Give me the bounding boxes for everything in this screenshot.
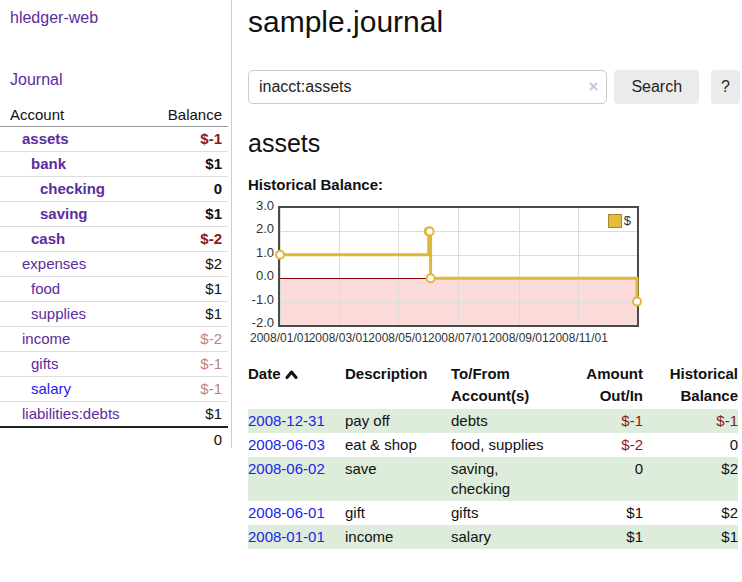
- search-bar: × Search ?: [248, 70, 740, 104]
- account-row: supplies $1: [0, 302, 228, 327]
- account-link-saving[interactable]: saving: [40, 205, 88, 222]
- accounts-total-value: 0: [152, 427, 228, 452]
- main-content: sample.journal × Search ? assets Histori…: [248, 0, 740, 549]
- account-row: saving $1: [0, 202, 228, 227]
- clear-search-icon[interactable]: ×: [588, 77, 598, 97]
- sidebar-item-journal[interactable]: Journal: [10, 71, 231, 89]
- amount-cell: $1: [581, 525, 643, 549]
- accounts-cell: salary: [451, 525, 581, 549]
- description-cell: gift: [345, 501, 451, 525]
- register-col-accounts: To/From Account(s): [451, 361, 581, 409]
- account-balance: $1: [152, 152, 228, 177]
- help-button[interactable]: ?: [711, 70, 740, 104]
- account-link-bank[interactable]: bank: [31, 155, 66, 172]
- account-balance: $-2: [152, 327, 228, 352]
- register-col-balance: Historical Balance: [643, 361, 738, 409]
- chart-legend: $: [608, 213, 631, 228]
- account-row: cash $-2: [0, 227, 228, 252]
- account-link-salary[interactable]: salary: [31, 380, 71, 397]
- sort-ascending-icon: [285, 369, 298, 380]
- account-balance: $1: [152, 402, 228, 428]
- account-balance: $1: [152, 202, 228, 227]
- amount-cell: 0: [581, 457, 643, 501]
- accounts-cell: debts: [451, 409, 581, 433]
- date-link[interactable]: 2008-06-01: [248, 504, 325, 521]
- accounts-col-balance: Balance: [152, 103, 228, 127]
- balance-cell: $2: [643, 457, 738, 501]
- account-balance: $-2: [152, 227, 228, 252]
- accounts-cell: food, supplies: [451, 433, 581, 457]
- account-balance: $-1: [152, 377, 228, 402]
- accounts-col-account: Account: [0, 103, 152, 127]
- account-link-food[interactable]: food: [31, 280, 60, 297]
- account-balance: $1: [152, 277, 228, 302]
- chart-title: Historical Balance:: [248, 176, 740, 194]
- account-row: food $1: [0, 277, 228, 302]
- date-link[interactable]: 2008-12-31: [248, 412, 325, 429]
- account-link-expenses[interactable]: expenses: [22, 255, 86, 272]
- account-link-assets[interactable]: assets: [22, 130, 69, 147]
- register-row: 2008-06-02 save saving, checking 0 $2: [248, 457, 738, 501]
- account-balance: 0: [152, 177, 228, 202]
- balance-cell: $1: [643, 525, 738, 549]
- register-table: Date Description To/From Account(s) Amou…: [248, 361, 738, 549]
- account-row: bank $1: [0, 152, 228, 177]
- accounts-total-row: 0: [0, 427, 228, 452]
- register-row: 2008-06-03 eat & shop food, supplies $-2…: [248, 433, 738, 457]
- description-cell: pay off: [345, 409, 451, 433]
- register-col-date[interactable]: Date: [248, 361, 345, 409]
- account-balance: $-1: [152, 352, 228, 377]
- date-link[interactable]: 2008-01-01: [248, 528, 325, 545]
- account-link-checking[interactable]: checking: [40, 180, 105, 197]
- account-link-liabilities-debts[interactable]: liabilities:debts: [22, 405, 120, 422]
- balance-cell: $-1: [643, 409, 738, 433]
- amount-cell: $-2: [581, 433, 643, 457]
- account-row: gifts $-1: [0, 352, 228, 377]
- account-row: salary $-1: [0, 377, 228, 402]
- account-link-supplies[interactable]: supplies: [31, 305, 86, 322]
- brand-link[interactable]: hledger-web: [10, 9, 231, 27]
- account-row: expenses $2: [0, 252, 228, 277]
- search-input[interactable]: [248, 70, 607, 104]
- account-link-gifts[interactable]: gifts: [31, 355, 59, 372]
- account-balance: $-1: [152, 127, 228, 152]
- search-button[interactable]: Search: [614, 70, 699, 104]
- amount-cell: $-1: [581, 409, 643, 433]
- register-row: 2008-12-31 pay off debts $-1 $-1: [248, 409, 738, 433]
- register-header-row: Date Description To/From Account(s) Amou…: [248, 361, 738, 409]
- account-row: assets $-1: [0, 127, 228, 152]
- accounts-cell: saving, checking: [451, 457, 581, 501]
- sidebar: hledger-web Journal Account Balance asse…: [0, 0, 232, 448]
- account-row: checking 0: [0, 177, 228, 202]
- account-heading: assets: [248, 128, 740, 158]
- chart-plot-area: $: [278, 206, 639, 327]
- accounts-cell: gifts: [451, 501, 581, 525]
- description-cell: save: [345, 457, 451, 501]
- account-balance: $2: [152, 252, 228, 277]
- register-col-amount: Amount Out/In: [581, 361, 643, 409]
- account-row: liabilities:debts $1: [0, 402, 228, 428]
- balance-cell: $2: [643, 501, 738, 525]
- account-link-cash[interactable]: cash: [31, 230, 65, 247]
- description-cell: eat & shop: [345, 433, 451, 457]
- register-row: 2008-01-01 income salary $1 $1: [248, 525, 738, 549]
- account-balance: $1: [152, 302, 228, 327]
- legend-swatch-icon: [608, 214, 622, 228]
- register-row: 2008-06-01 gift gifts $1 $2: [248, 501, 738, 525]
- balance-cell: 0: [643, 433, 738, 457]
- description-cell: income: [345, 525, 451, 549]
- amount-cell: $1: [581, 501, 643, 525]
- date-link[interactable]: 2008-06-03: [248, 436, 325, 453]
- accounts-table: Account Balance assets $-1 bank $1 check…: [0, 103, 228, 452]
- register-col-description: Description: [345, 361, 451, 409]
- date-link[interactable]: 2008-06-02: [248, 460, 325, 477]
- account-row: income $-2: [0, 327, 228, 352]
- account-link-income[interactable]: income: [22, 330, 70, 347]
- accounts-header-row: Account Balance: [0, 103, 228, 127]
- historical-balance-chart: $ 2008/01/012008/03/012008/05/012008/07/…: [248, 204, 668, 349]
- page-title: sample.journal: [248, 4, 740, 40]
